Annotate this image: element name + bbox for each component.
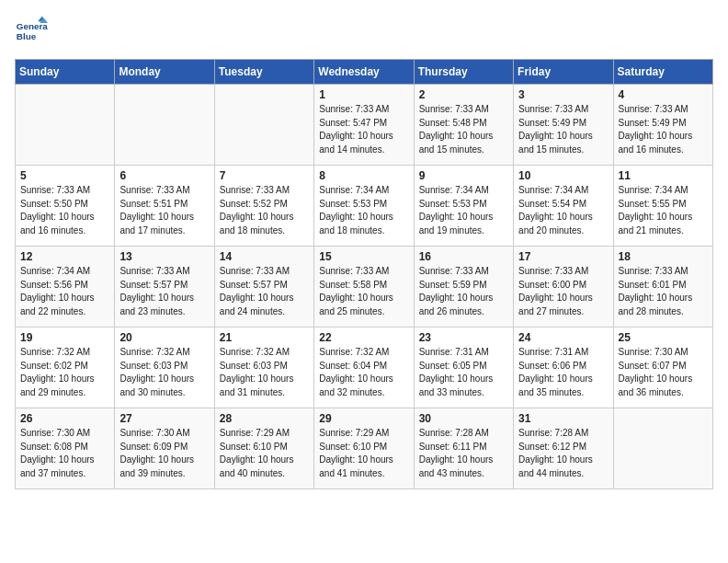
calendar-cell: 14Sunrise: 7:33 AM Sunset: 5:57 PM Dayli…: [214, 247, 313, 327]
column-header-tuesday: Tuesday: [214, 60, 313, 85]
day-info: Sunrise: 7:30 AM Sunset: 6:09 PM Dayligh…: [119, 427, 209, 480]
day-number: 13: [119, 250, 209, 263]
day-number: 28: [220, 412, 309, 425]
calendar-cell: 31Sunrise: 7:28 AM Sunset: 6:12 PM Dayli…: [514, 408, 613, 489]
day-info: Sunrise: 7:32 AM Sunset: 6:02 PM Dayligh…: [20, 346, 109, 399]
day-info: Sunrise: 7:33 AM Sunset: 5:57 PM Dayligh…: [220, 265, 309, 318]
calendar-cell: 27Sunrise: 7:30 AM Sunset: 6:09 PM Dayli…: [115, 408, 214, 489]
calendar-week-row: 1Sunrise: 7:33 AM Sunset: 5:47 PM Daylig…: [16, 85, 713, 166]
day-number: 11: [619, 169, 708, 182]
day-number: 4: [619, 88, 708, 101]
day-info: Sunrise: 7:33 AM Sunset: 5:47 PM Dayligh…: [319, 103, 408, 156]
column-header-thursday: Thursday: [414, 60, 513, 85]
logo-icon: General Blue: [15, 15, 48, 48]
day-info: Sunrise: 7:33 AM Sunset: 5:50 PM Dayligh…: [20, 184, 109, 237]
day-number: 8: [319, 169, 408, 182]
day-number: 20: [119, 331, 209, 344]
calendar-cell: 11Sunrise: 7:34 AM Sunset: 5:55 PM Dayli…: [613, 166, 712, 247]
day-number: 27: [119, 412, 209, 425]
calendar-table: SundayMondayTuesdayWednesdayThursdayFrid…: [15, 59, 713, 489]
calendar-cell: 25Sunrise: 7:30 AM Sunset: 6:07 PM Dayli…: [613, 327, 712, 408]
day-number: 23: [419, 331, 508, 344]
day-number: 17: [518, 250, 608, 263]
calendar-week-row: 5Sunrise: 7:33 AM Sunset: 5:50 PM Daylig…: [16, 166, 713, 247]
day-info: Sunrise: 7:29 AM Sunset: 6:10 PM Dayligh…: [220, 427, 309, 480]
day-number: 12: [20, 250, 109, 263]
day-info: Sunrise: 7:32 AM Sunset: 6:04 PM Dayligh…: [319, 346, 408, 399]
day-info: Sunrise: 7:32 AM Sunset: 6:03 PM Dayligh…: [220, 346, 309, 399]
day-info: Sunrise: 7:34 AM Sunset: 5:56 PM Dayligh…: [20, 265, 109, 318]
day-number: 3: [518, 88, 608, 101]
calendar-cell: 26Sunrise: 7:30 AM Sunset: 6:08 PM Dayli…: [16, 408, 115, 489]
day-number: 6: [119, 169, 209, 182]
day-info: Sunrise: 7:30 AM Sunset: 6:08 PM Dayligh…: [20, 427, 109, 480]
calendar-cell: 28Sunrise: 7:29 AM Sunset: 6:10 PM Dayli…: [214, 408, 313, 489]
column-header-monday: Monday: [115, 60, 214, 85]
column-header-saturday: Saturday: [613, 60, 712, 85]
day-number: 26: [20, 412, 109, 425]
day-number: 10: [518, 169, 608, 182]
day-info: Sunrise: 7:33 AM Sunset: 5:48 PM Dayligh…: [419, 103, 508, 156]
day-info: Sunrise: 7:28 AM Sunset: 6:12 PM Dayligh…: [518, 427, 608, 480]
calendar-cell: [115, 85, 214, 166]
calendar-header-row: SundayMondayTuesdayWednesdayThursdayFrid…: [16, 60, 713, 85]
column-header-wednesday: Wednesday: [314, 60, 414, 85]
calendar-cell: 9Sunrise: 7:34 AM Sunset: 5:53 PM Daylig…: [414, 166, 513, 247]
day-info: Sunrise: 7:31 AM Sunset: 6:05 PM Dayligh…: [419, 346, 508, 399]
calendar-cell: 2Sunrise: 7:33 AM Sunset: 5:48 PM Daylig…: [414, 85, 513, 166]
day-number: 18: [619, 250, 708, 263]
calendar-cell: 12Sunrise: 7:34 AM Sunset: 5:56 PM Dayli…: [16, 247, 115, 327]
day-number: 14: [220, 250, 309, 263]
day-number: 9: [419, 169, 508, 182]
calendar-week-row: 12Sunrise: 7:34 AM Sunset: 5:56 PM Dayli…: [16, 247, 713, 327]
column-header-sunday: Sunday: [16, 60, 115, 85]
day-number: 24: [518, 331, 608, 344]
calendar-cell: 8Sunrise: 7:34 AM Sunset: 5:53 PM Daylig…: [314, 166, 414, 247]
calendar-cell: 15Sunrise: 7:33 AM Sunset: 5:58 PM Dayli…: [314, 247, 414, 327]
calendar-cell: [214, 85, 313, 166]
day-info: Sunrise: 7:30 AM Sunset: 6:07 PM Dayligh…: [619, 346, 708, 399]
calendar-cell: 3Sunrise: 7:33 AM Sunset: 5:49 PM Daylig…: [514, 85, 613, 166]
day-info: Sunrise: 7:33 AM Sunset: 5:57 PM Dayligh…: [119, 265, 209, 318]
calendar-cell: 5Sunrise: 7:33 AM Sunset: 5:50 PM Daylig…: [16, 166, 115, 247]
day-number: 30: [419, 412, 508, 425]
calendar-cell: 17Sunrise: 7:33 AM Sunset: 6:00 PM Dayli…: [514, 247, 613, 327]
day-number: 22: [319, 331, 408, 344]
day-number: 19: [20, 331, 109, 344]
day-info: Sunrise: 7:34 AM Sunset: 5:54 PM Dayligh…: [518, 184, 608, 237]
calendar-week-row: 19Sunrise: 7:32 AM Sunset: 6:02 PM Dayli…: [16, 327, 713, 408]
calendar-cell: 21Sunrise: 7:32 AM Sunset: 6:03 PM Dayli…: [214, 327, 313, 408]
calendar-cell: [613, 408, 712, 489]
calendar-cell: 1Sunrise: 7:33 AM Sunset: 5:47 PM Daylig…: [314, 85, 414, 166]
svg-text:Blue: Blue: [17, 31, 37, 41]
day-number: 25: [619, 331, 708, 344]
day-info: Sunrise: 7:32 AM Sunset: 6:03 PM Dayligh…: [119, 346, 209, 399]
day-info: Sunrise: 7:33 AM Sunset: 5:51 PM Dayligh…: [119, 184, 209, 237]
calendar-cell: 24Sunrise: 7:31 AM Sunset: 6:06 PM Dayli…: [514, 327, 613, 408]
calendar-cell: 23Sunrise: 7:31 AM Sunset: 6:05 PM Dayli…: [414, 327, 513, 408]
day-number: 2: [419, 88, 508, 101]
day-info: Sunrise: 7:33 AM Sunset: 6:00 PM Dayligh…: [518, 265, 608, 318]
day-number: 5: [20, 169, 109, 182]
calendar-cell: 19Sunrise: 7:32 AM Sunset: 6:02 PM Dayli…: [16, 327, 115, 408]
day-info: Sunrise: 7:34 AM Sunset: 5:53 PM Dayligh…: [419, 184, 508, 237]
day-number: 29: [319, 412, 408, 425]
calendar-cell: 22Sunrise: 7:32 AM Sunset: 6:04 PM Dayli…: [314, 327, 414, 408]
calendar-cell: 7Sunrise: 7:33 AM Sunset: 5:52 PM Daylig…: [214, 166, 313, 247]
calendar-cell: 18Sunrise: 7:33 AM Sunset: 6:01 PM Dayli…: [613, 247, 712, 327]
day-info: Sunrise: 7:33 AM Sunset: 5:52 PM Dayligh…: [220, 184, 309, 237]
day-info: Sunrise: 7:33 AM Sunset: 5:49 PM Dayligh…: [619, 103, 708, 156]
column-header-friday: Friday: [514, 60, 613, 85]
logo: General Blue: [15, 15, 48, 48]
day-info: Sunrise: 7:33 AM Sunset: 5:49 PM Dayligh…: [518, 103, 608, 156]
day-info: Sunrise: 7:29 AM Sunset: 6:10 PM Dayligh…: [319, 427, 408, 480]
calendar-cell: [16, 85, 115, 166]
day-number: 21: [220, 331, 309, 344]
day-info: Sunrise: 7:31 AM Sunset: 6:06 PM Dayligh…: [518, 346, 608, 399]
day-number: 16: [419, 250, 508, 263]
calendar-cell: 20Sunrise: 7:32 AM Sunset: 6:03 PM Dayli…: [115, 327, 214, 408]
calendar-week-row: 26Sunrise: 7:30 AM Sunset: 6:08 PM Dayli…: [16, 408, 713, 489]
day-info: Sunrise: 7:33 AM Sunset: 5:58 PM Dayligh…: [319, 265, 408, 318]
day-info: Sunrise: 7:33 AM Sunset: 6:01 PM Dayligh…: [619, 265, 708, 318]
calendar-cell: 16Sunrise: 7:33 AM Sunset: 5:59 PM Dayli…: [414, 247, 513, 327]
